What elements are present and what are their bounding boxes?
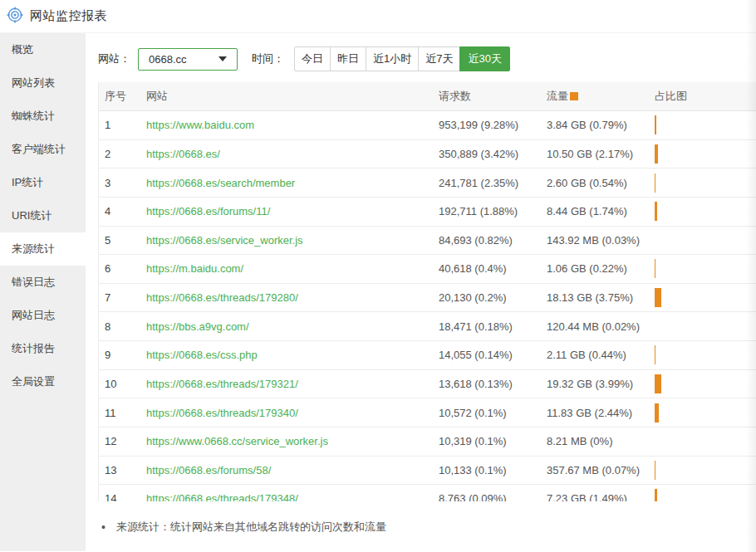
site-link[interactable]: https://m.baidu.com/ [146,262,243,275]
site-cell: https://0668.es/forums/11/ [140,205,433,217]
sidebar-item-概览[interactable]: 概览 [0,33,86,66]
requests-cell: 18,471 (0.18%) [433,320,541,333]
site-link[interactable]: https://0668.es/service_worker.js [146,234,303,247]
traffic-bar [655,115,656,134]
proportion-cell [653,312,756,340]
sidebar-item-统计报告[interactable]: 统计报告 [0,332,86,365]
table-row: 12https://www.0668.cc/service_worker.js1… [99,427,756,457]
time-button-近1小时[interactable]: 近1小时 [366,46,419,71]
site-link[interactable]: https://0668.es/search/member [146,177,295,189]
proportion-cell [653,169,756,197]
requests-cell: 13,618 (0.13%) [433,378,541,390]
traffic-bar [655,489,657,501]
site-select-value: 0668.cc [149,53,187,66]
traffic-cell: 120.44 MB (0.02%) [541,320,653,333]
site-cell: https://0668.es/search/member [140,177,433,189]
time-label: 时间： [252,51,284,66]
target-icon [7,7,23,27]
table-row: 7https://0668.es/threads/179280/20,130 (… [99,284,756,313]
row-index-cell: 9 [99,349,140,361]
site-link[interactable]: https://0668.es/ [146,148,220,160]
traffic-bar [655,173,655,193]
traffic-cell: 8.44 GB (1.74%) [541,205,653,217]
time-button-昨日[interactable]: 昨日 [330,46,366,71]
row-index-cell: 10 [99,378,140,390]
sidebar-item-全局设置[interactable]: 全局设置 [0,365,86,398]
proportion-cell [653,485,756,501]
site-link[interactable]: https://0668.es/threads/179321/ [146,378,298,390]
traffic-cell: 19.32 GB (3.99%) [541,378,653,390]
site-cell: https://m.baidu.com/ [140,262,433,275]
sidebar-item-蜘蛛统计[interactable]: 蜘蛛统计 [0,100,86,133]
time-button-近30天[interactable]: 近30天 [459,46,509,71]
traffic-cell: 3.84 GB (0.79%) [541,119,653,131]
traffic-cell: 8.21 MB (0%) [541,435,653,447]
table-row: 3https://0668.es/search/member241,781 (2… [99,169,756,198]
site-link[interactable]: https://0668.es/forums/11/ [146,205,270,217]
sidebar-item-来源统计[interactable]: 来源统计 [0,232,86,266]
sidebar-item-IP统计[interactable]: IP统计 [0,166,86,199]
time-button-近7天[interactable]: 近7天 [418,46,460,71]
proportion-cell [653,227,756,255]
traffic-cell: 18.13 GB (3.75%) [541,291,653,304]
requests-cell: 40,618 (0.4%) [433,262,541,275]
table-row: 10https://0668.es/threads/179321/13,618 … [99,370,756,399]
site-link[interactable]: https://0668.es/threads/179280/ [146,291,298,304]
row-index-cell: 3 [99,177,140,189]
traffic-cell: 143.92 MB (0.03%) [541,234,653,247]
site-cell: https://0668.es/threads/179348/ [140,492,433,501]
requests-cell: 192,711 (1.88%) [433,205,541,217]
col-header-traffic: 流量 [541,89,653,104]
sidebar-item-错误日志[interactable]: 错误日志 [0,266,86,299]
table-row: 4https://0668.es/forums/11/192,711 (1.88… [99,198,756,227]
site-cell: https://bbs.a9vg.com/ [140,320,433,333]
site-cell: https://0668.es/threads/179340/ [140,407,433,419]
traffic-cell: 11.83 GB (2.44%) [541,407,653,419]
traffic-bar [655,288,661,307]
sidebar-item-URI统计[interactable]: URI统计 [0,199,86,232]
site-cell: https://0668.es/css.php [140,349,433,361]
sidebar-item-网站日志[interactable]: 网站日志 [0,299,86,332]
traffic-legend-swatch [570,92,578,100]
site-link[interactable]: https://bbs.a9vg.com/ [146,320,249,333]
proportion-cell [653,284,756,312]
col-header-index: 序号 [99,89,140,104]
row-index-cell: 1 [99,119,140,131]
traffic-cell: 7.23 GB (1.49%) [541,492,653,501]
sidebar: 概览网站列表蜘蛛统计客户端统计IP统计URI统计来源统计错误日志网站日志统计报告… [0,33,86,551]
app-window: 网站监控报表 概览网站列表蜘蛛统计客户端统计IP统计URI统计来源统计错误日志网… [0,0,756,552]
site-link[interactable]: https://0668.es/forums/58/ [146,464,271,476]
col-header-site: 网站 [140,89,433,104]
row-index-cell: 2 [99,148,140,160]
site-link[interactable]: https://www.baidu.com [146,119,254,131]
site-cell: https://www.baidu.com [140,119,433,131]
site-link[interactable]: https://www.0668.cc/service_worker.js [146,435,328,447]
site-link[interactable]: https://0668.es/css.php [146,349,258,361]
table-row: 9https://0668.es/css.php14,055 (0.14%)2.… [99,341,756,370]
requests-cell: 10,133 (0.1%) [433,464,541,476]
traffic-bar [655,345,655,364]
time-filter-group: 今日昨日近1小时近7天近30天 [294,46,510,71]
site-link[interactable]: https://0668.es/threads/179348/ [146,492,298,501]
sidebar-item-网站列表[interactable]: 网站列表 [0,66,86,100]
sidebar-item-客户端统计[interactable]: 客户端统计 [0,133,86,166]
time-button-今日[interactable]: 今日 [294,46,331,71]
traffic-cell: 10.50 GB (2.17%) [541,148,653,160]
requests-cell: 84,693 (0.82%) [433,234,541,247]
traffic-bar [655,259,655,278]
referrer-stats-table: 序号 网站 请求数 流量 占比图 1https://www.baidu.com9… [98,82,756,501]
chevron-down-icon [218,56,227,61]
proportion-cell [653,427,756,456]
proportion-cell [653,398,756,427]
site-link[interactable]: https://0668.es/threads/179340/ [146,407,298,419]
row-index-cell: 6 [99,262,140,275]
row-index-cell: 4 [99,205,140,217]
site-select[interactable]: 0668.cc [138,48,238,71]
page-title: 网站监控报表 [30,8,107,24]
table-row: 6https://m.baidu.com/40,618 (0.4%)1.06 G… [99,255,756,284]
table-header-row: 序号 网站 请求数 流量 占比图 [99,82,756,111]
proportion-cell [653,111,756,139]
traffic-cell: 357.67 MB (0.07%) [541,464,653,476]
traffic-bar [655,202,657,221]
col-header-chart: 占比图 [653,82,756,110]
